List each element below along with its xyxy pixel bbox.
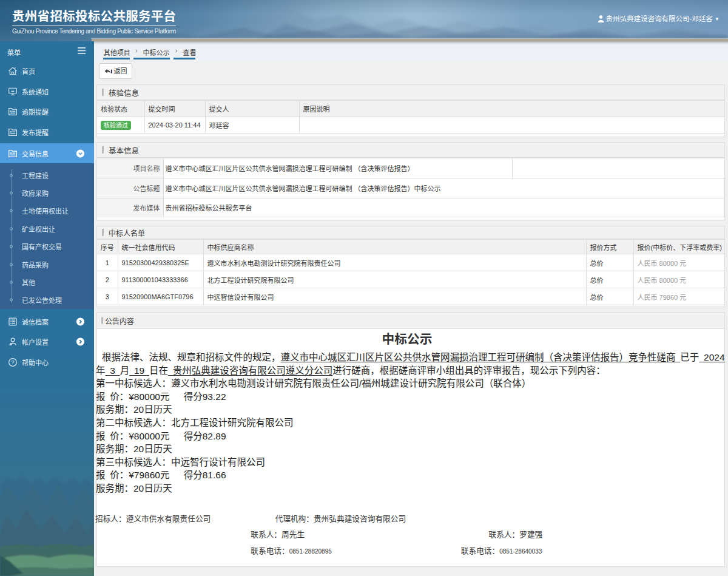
svg-text:?: ? bbox=[11, 359, 14, 365]
